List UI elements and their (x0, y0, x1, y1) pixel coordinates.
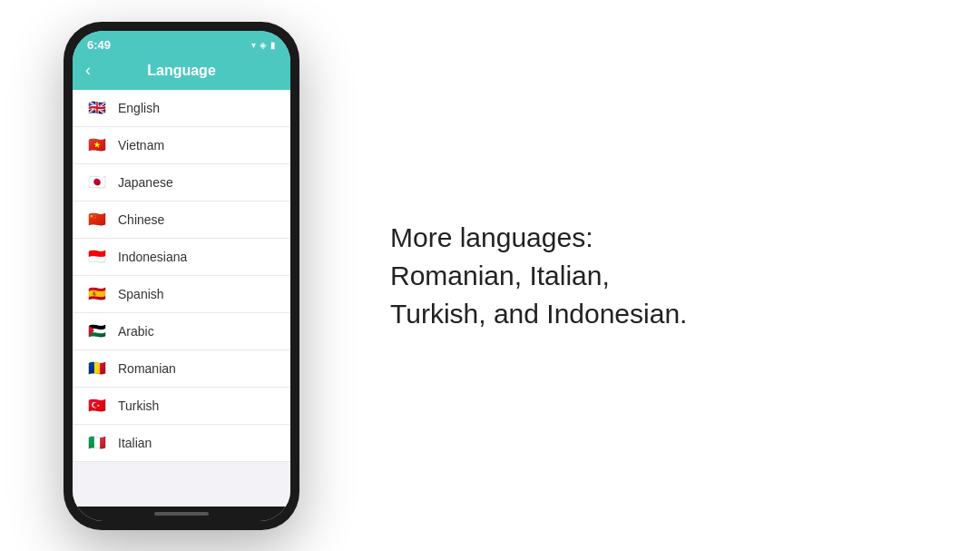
language-name-english: English (118, 101, 160, 115)
language-name-spanish: Spanish (118, 287, 164, 301)
language-name-japanese: Japanese (118, 175, 173, 190)
flag-vietnam: 🇻🇳 (85, 137, 109, 153)
flag-chinese: 🇨🇳 (85, 212, 109, 228)
status-time: 6:49 (87, 38, 111, 52)
language-item-spanish[interactable]: 🇪🇸Spanish (73, 276, 290, 313)
page-container: 6:49 ▾ ◈ ▮ ‹ Language 🇬🇧English🇻🇳Vietnam… (0, 0, 980, 551)
wifi-icon: ▾ (251, 40, 256, 50)
back-button[interactable]: ‹ (85, 61, 91, 80)
language-item-turkish[interactable]: 🇹🇷Turkish (73, 388, 290, 425)
language-name-chinese: Chinese (118, 212, 164, 227)
status-icons: ▾ ◈ ▮ (251, 40, 276, 50)
language-item-chinese[interactable]: 🇨🇳Chinese (73, 202, 290, 239)
nav-bar: ‹ Language (73, 55, 290, 90)
status-bar: 6:49 ▾ ◈ ▮ (73, 31, 290, 55)
language-name-indonesiana: Indonesiana (118, 250, 187, 264)
flag-turkish: 🇹🇷 (85, 398, 109, 414)
nav-title: Language (147, 63, 216, 79)
language-item-indonesiana[interactable]: 🇮🇩Indonesiana (73, 239, 290, 276)
flag-italian: 🇮🇹 (85, 435, 109, 451)
language-name-vietnam: Vietnam (118, 138, 164, 153)
language-name-italian: Italian (118, 436, 152, 450)
battery-icon: ▮ (270, 40, 276, 50)
language-name-turkish: Turkish (118, 398, 159, 413)
language-name-romanian: Romanian (118, 361, 176, 376)
home-indicator (73, 507, 290, 521)
signal-icon: ◈ (260, 40, 267, 50)
language-item-japanese[interactable]: 🇯🇵Japanese (73, 164, 290, 202)
phone-mockup: 6:49 ▾ ◈ ▮ ‹ Language 🇬🇧English🇻🇳Vietnam… (64, 22, 299, 530)
language-item-italian[interactable]: 🇮🇹Italian (73, 425, 290, 462)
home-indicator-bar (154, 512, 209, 516)
flag-romanian: 🇷🇴 (85, 360, 109, 377)
language-name-arabic: Arabic (118, 324, 154, 339)
flag-spanish: 🇪🇸 (85, 286, 109, 302)
flag-indonesiana: 🇮🇩 (85, 249, 109, 265)
language-list: 🇬🇧English🇻🇳Vietnam🇯🇵Japanese🇨🇳Chinese🇮🇩I… (73, 90, 290, 507)
flag-japanese: 🇯🇵 (85, 174, 109, 191)
language-item-arabic[interactable]: 🇵🇸Arabic (73, 313, 290, 350)
flag-arabic: 🇵🇸 (85, 323, 109, 339)
flag-english: 🇬🇧 (85, 100, 109, 116)
language-item-romanian[interactable]: 🇷🇴Romanian (73, 350, 290, 388)
more-languages-text: More languages:Romanian, Italian,Turkish… (390, 219, 687, 333)
language-item-vietnam[interactable]: 🇻🇳Vietnam (73, 127, 290, 164)
language-item-english[interactable]: 🇬🇧English (73, 90, 290, 127)
sidebar-text: More languages:Romanian, Italian,Turkish… (372, 201, 705, 351)
phone-screen: 6:49 ▾ ◈ ▮ ‹ Language 🇬🇧English🇻🇳Vietnam… (73, 31, 290, 521)
